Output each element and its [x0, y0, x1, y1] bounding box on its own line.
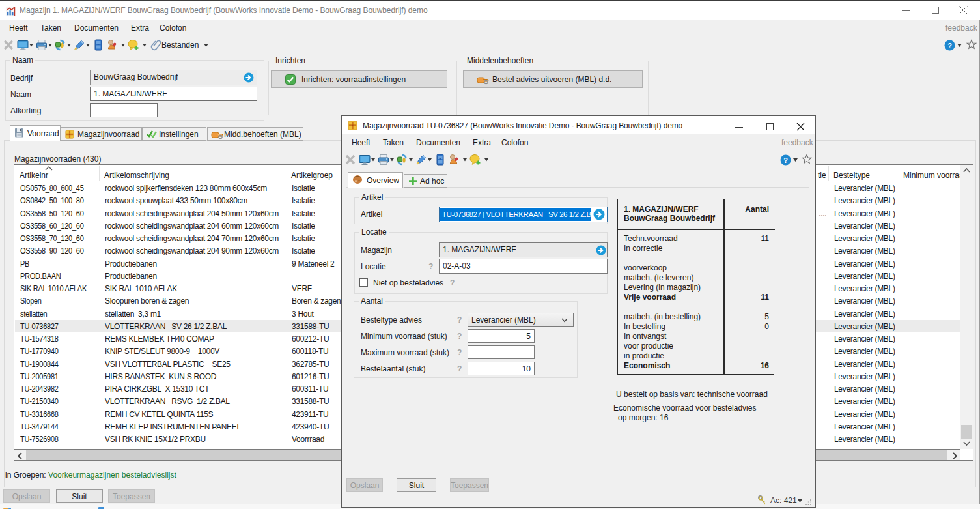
svg-text:?: ?: [947, 42, 952, 50]
svg-text:?: ?: [783, 156, 788, 164]
